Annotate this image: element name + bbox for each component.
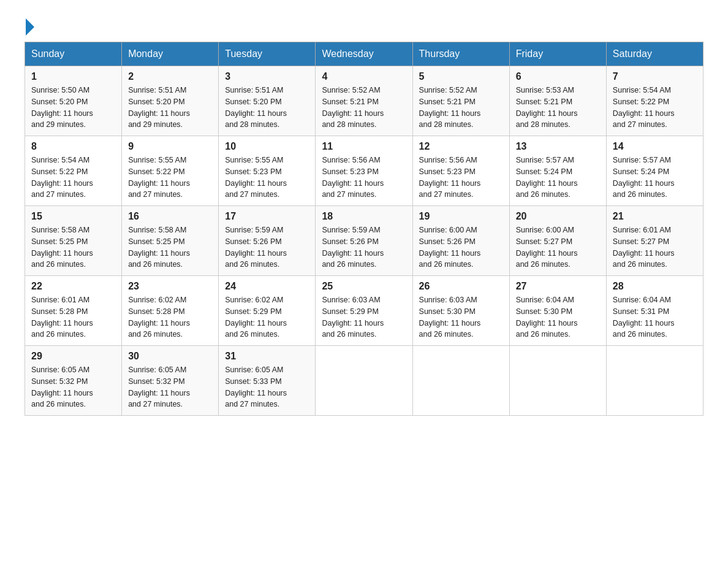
day-info: Sunrise: 5:59 AMSunset: 5:26 PMDaylight:… [322, 226, 384, 269]
day-info: Sunrise: 6:05 AMSunset: 5:32 PMDaylight:… [31, 366, 93, 408]
day-number: 22 [31, 281, 115, 292]
day-info: Sunrise: 5:56 AMSunset: 5:23 PMDaylight:… [419, 156, 481, 199]
day-number: 31 [225, 351, 309, 362]
day-info: Sunrise: 5:56 AMSunset: 5:23 PMDaylight:… [322, 156, 384, 199]
day-info: Sunrise: 6:01 AMSunset: 5:27 PMDaylight:… [613, 226, 675, 269]
day-info: Sunrise: 6:01 AMSunset: 5:28 PMDaylight:… [31, 296, 93, 339]
day-number: 12 [419, 141, 503, 152]
calendar-table: SundayMondayTuesdayWednesdayThursdayFrid… [25, 42, 703, 416]
day-info: Sunrise: 6:00 AMSunset: 5:26 PMDaylight:… [419, 226, 481, 269]
day-cell: 18 Sunrise: 5:59 AMSunset: 5:26 PMDaylig… [316, 206, 412, 276]
day-cell: 24 Sunrise: 6:02 AMSunset: 5:29 PMDaylig… [219, 276, 316, 346]
header-cell-thursday: Thursday [412, 42, 509, 66]
day-number: 4 [322, 71, 406, 82]
day-info: Sunrise: 5:59 AMSunset: 5:26 PMDaylight:… [225, 226, 287, 269]
day-number: 16 [128, 211, 212, 222]
day-cell: 14 Sunrise: 5:57 AMSunset: 5:24 PMDaylig… [606, 136, 703, 206]
header-cell-wednesday: Wednesday [316, 42, 412, 66]
day-info: Sunrise: 6:05 AMSunset: 5:32 PMDaylight:… [128, 366, 190, 408]
day-number: 1 [31, 71, 115, 82]
day-number: 26 [419, 281, 503, 292]
day-cell: 11 Sunrise: 5:56 AMSunset: 5:23 PMDaylig… [316, 136, 412, 206]
day-info: Sunrise: 5:50 AMSunset: 5:20 PMDaylight:… [31, 86, 93, 129]
calendar-body: 1 Sunrise: 5:50 AMSunset: 5:20 PMDayligh… [25, 66, 703, 416]
day-info: Sunrise: 5:58 AMSunset: 5:25 PMDaylight:… [128, 226, 190, 269]
day-cell [606, 346, 703, 416]
day-cell: 23 Sunrise: 6:02 AMSunset: 5:28 PMDaylig… [122, 276, 219, 346]
day-cell: 8 Sunrise: 5:54 AMSunset: 5:22 PMDayligh… [25, 136, 122, 206]
day-number: 23 [128, 281, 212, 292]
day-cell: 9 Sunrise: 5:55 AMSunset: 5:22 PMDayligh… [122, 136, 219, 206]
day-cell: 31 Sunrise: 6:05 AMSunset: 5:33 PMDaylig… [219, 346, 316, 416]
day-number: 13 [516, 141, 600, 152]
day-info: Sunrise: 5:52 AMSunset: 5:21 PMDaylight:… [322, 86, 384, 129]
day-cell: 27 Sunrise: 6:04 AMSunset: 5:30 PMDaylig… [509, 276, 606, 346]
calendar-header: SundayMondayTuesdayWednesdayThursdayFrid… [25, 42, 703, 66]
logo [25, 18, 34, 29]
week-row-4: 22 Sunrise: 6:01 AMSunset: 5:28 PMDaylig… [25, 276, 703, 346]
day-info: Sunrise: 6:04 AMSunset: 5:30 PMDaylight:… [516, 296, 578, 339]
week-row-5: 29 Sunrise: 6:05 AMSunset: 5:32 PMDaylig… [25, 346, 703, 416]
day-cell: 1 Sunrise: 5:50 AMSunset: 5:20 PMDayligh… [25, 66, 122, 136]
day-cell: 10 Sunrise: 5:55 AMSunset: 5:23 PMDaylig… [219, 136, 316, 206]
day-cell: 16 Sunrise: 5:58 AMSunset: 5:25 PMDaylig… [122, 206, 219, 276]
day-number: 17 [225, 211, 309, 222]
day-info: Sunrise: 5:57 AMSunset: 5:24 PMDaylight:… [516, 156, 578, 199]
day-cell: 30 Sunrise: 6:05 AMSunset: 5:32 PMDaylig… [122, 346, 219, 416]
day-number: 21 [613, 211, 697, 222]
day-info: Sunrise: 5:54 AMSunset: 5:22 PMDaylight:… [31, 156, 93, 199]
week-row-2: 8 Sunrise: 5:54 AMSunset: 5:22 PMDayligh… [25, 136, 703, 206]
header-cell-monday: Monday [122, 42, 219, 66]
header-cell-saturday: Saturday [606, 42, 703, 66]
day-number: 25 [322, 281, 406, 292]
day-cell: 12 Sunrise: 5:56 AMSunset: 5:23 PMDaylig… [412, 136, 509, 206]
day-number: 24 [225, 281, 309, 292]
day-number: 10 [225, 141, 309, 152]
day-info: Sunrise: 6:00 AMSunset: 5:27 PMDaylight:… [516, 226, 578, 269]
week-row-1: 1 Sunrise: 5:50 AMSunset: 5:20 PMDayligh… [25, 66, 703, 136]
day-number: 29 [31, 351, 115, 362]
day-number: 15 [31, 211, 115, 222]
header-cell-tuesday: Tuesday [219, 42, 316, 66]
day-info: Sunrise: 6:02 AMSunset: 5:29 PMDaylight:… [225, 296, 287, 339]
day-number: 2 [128, 71, 212, 82]
day-cell: 3 Sunrise: 5:51 AMSunset: 5:20 PMDayligh… [219, 66, 316, 136]
day-number: 3 [225, 71, 309, 82]
day-number: 19 [419, 211, 503, 222]
day-info: Sunrise: 5:57 AMSunset: 5:24 PMDaylight:… [613, 156, 675, 199]
day-info: Sunrise: 5:55 AMSunset: 5:22 PMDaylight:… [128, 156, 190, 199]
day-number: 30 [128, 351, 212, 362]
day-number: 18 [322, 211, 406, 222]
logo-triangle-icon [26, 18, 34, 36]
day-number: 9 [128, 141, 212, 152]
day-cell: 15 Sunrise: 5:58 AMSunset: 5:25 PMDaylig… [25, 206, 122, 276]
day-info: Sunrise: 6:05 AMSunset: 5:33 PMDaylight:… [225, 366, 287, 408]
day-cell: 28 Sunrise: 6:04 AMSunset: 5:31 PMDaylig… [606, 276, 703, 346]
day-cell: 4 Sunrise: 5:52 AMSunset: 5:21 PMDayligh… [316, 66, 412, 136]
day-cell: 19 Sunrise: 6:00 AMSunset: 5:26 PMDaylig… [412, 206, 509, 276]
day-cell: 6 Sunrise: 5:53 AMSunset: 5:21 PMDayligh… [509, 66, 606, 136]
day-info: Sunrise: 6:03 AMSunset: 5:30 PMDaylight:… [419, 296, 481, 339]
day-number: 20 [516, 211, 600, 222]
header-cell-sunday: Sunday [25, 42, 122, 66]
day-info: Sunrise: 5:52 AMSunset: 5:21 PMDaylight:… [419, 86, 481, 129]
day-info: Sunrise: 5:51 AMSunset: 5:20 PMDaylight:… [128, 86, 190, 129]
day-cell [412, 346, 509, 416]
day-cell [316, 346, 412, 416]
day-info: Sunrise: 5:53 AMSunset: 5:21 PMDaylight:… [516, 86, 578, 129]
day-info: Sunrise: 5:55 AMSunset: 5:23 PMDaylight:… [225, 156, 287, 199]
day-number: 28 [613, 281, 697, 292]
day-number: 11 [322, 141, 406, 152]
day-info: Sunrise: 5:54 AMSunset: 5:22 PMDaylight:… [613, 86, 675, 129]
day-number: 8 [31, 141, 115, 152]
day-cell: 20 Sunrise: 6:00 AMSunset: 5:27 PMDaylig… [509, 206, 606, 276]
day-info: Sunrise: 6:03 AMSunset: 5:29 PMDaylight:… [322, 296, 384, 339]
day-number: 5 [419, 71, 503, 82]
day-cell: 22 Sunrise: 6:01 AMSunset: 5:28 PMDaylig… [25, 276, 122, 346]
day-cell: 29 Sunrise: 6:05 AMSunset: 5:32 PMDaylig… [25, 346, 122, 416]
day-cell: 7 Sunrise: 5:54 AMSunset: 5:22 PMDayligh… [606, 66, 703, 136]
day-info: Sunrise: 6:04 AMSunset: 5:31 PMDaylight:… [613, 296, 675, 339]
day-cell: 25 Sunrise: 6:03 AMSunset: 5:29 PMDaylig… [316, 276, 412, 346]
day-number: 6 [516, 71, 600, 82]
day-number: 14 [613, 141, 697, 152]
